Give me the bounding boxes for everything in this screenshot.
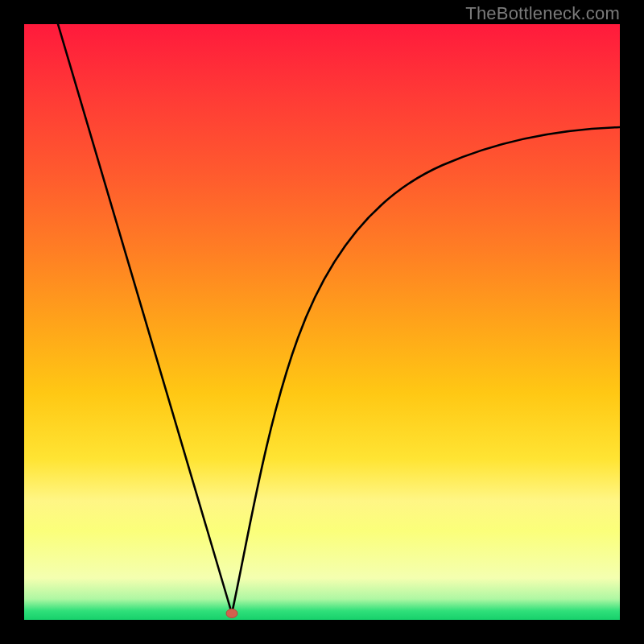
- plot-area: [24, 24, 620, 620]
- curve-left-branch: [58, 24, 232, 613]
- chart-frame: TheBottleneck.com: [0, 0, 644, 644]
- curve-right-branch: [232, 127, 620, 613]
- watermark-text: TheBottleneck.com: [465, 3, 620, 24]
- bottleneck-curve: [24, 24, 620, 620]
- dip-marker: [226, 609, 237, 618]
